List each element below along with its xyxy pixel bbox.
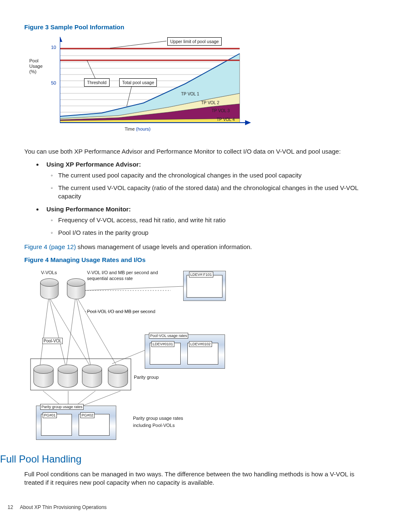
callout-total-pool: Total pool usage bbox=[119, 78, 157, 87]
label-pg-note: Parity group usage rates including Pool-… bbox=[133, 415, 183, 429]
label-poolvol-io: Pool-VOL I/O and MB per second bbox=[87, 308, 155, 315]
crossref-tail: shows management of usage levels and ope… bbox=[76, 243, 252, 250]
svg-line-20 bbox=[49, 299, 66, 368]
legend-pg-rates: Parity group usage rates bbox=[40, 404, 84, 410]
legend-pg1: PG#01 bbox=[43, 412, 57, 418]
series-v2: TP VOL 2 bbox=[201, 100, 219, 106]
page-footer: 12 About XP Thin Provisioning Operations bbox=[8, 504, 375, 511]
label-vvols: V-VOLs bbox=[41, 270, 57, 276]
svg-line-31 bbox=[83, 286, 183, 290]
pa-title: Using XP Performance Advisor: bbox=[46, 161, 141, 168]
series-v4: TP VOL 4 bbox=[217, 117, 235, 123]
legend-ldev1: LDEV#0101 bbox=[151, 341, 174, 347]
label-vvol-io: V-VOL I/O and MB per second and sequenti… bbox=[87, 270, 158, 282]
figure3-chart: Pool Usage (%) 10 50 bbox=[37, 35, 258, 141]
pm-item-2: Pool I/O rates in the parity group bbox=[58, 229, 375, 237]
list-pa: Using XP Performance Advisor: The curren… bbox=[43, 160, 375, 201]
svg-line-19 bbox=[40, 299, 49, 368]
list-pm: Using Performance Monitor: Frequency of … bbox=[43, 205, 375, 237]
legend-ldev-top: LDEV#:F101 bbox=[189, 272, 213, 278]
intro-paragraph: You can use both XP Performance Advisor … bbox=[24, 147, 375, 156]
section-heading: Full Pool Handling bbox=[0, 452, 375, 466]
pm-title: Using Performance Monitor: bbox=[46, 206, 131, 213]
series-v3: TP VOL 3 bbox=[212, 108, 230, 114]
ytick-50: 50 bbox=[51, 80, 56, 86]
series-v1: TP VOL 1 bbox=[181, 91, 199, 97]
legend-ldev2: LDEV#0102 bbox=[189, 341, 212, 347]
legend-pg2: PG#02 bbox=[80, 412, 95, 418]
legend-poolvol-rates: Pool-VOL usage rates bbox=[149, 333, 188, 339]
svg-line-17 bbox=[87, 60, 95, 79]
xaxis-label: Time bbox=[125, 126, 135, 131]
callout-threshold: Threshold bbox=[84, 78, 110, 87]
crossref-paragraph: Figure 4 (page 12) shows management of u… bbox=[24, 243, 375, 251]
svg-line-16 bbox=[110, 41, 166, 48]
figure4-title: Figure 4 Managing Usage Rates and I/Os bbox=[24, 256, 375, 264]
section-paragraph: Full Pool conditions can be managed in t… bbox=[24, 470, 375, 487]
footer-chapter: About XP Thin Provisioning Operations bbox=[20, 504, 107, 510]
ytick-10: 10 bbox=[51, 44, 56, 51]
svg-line-32 bbox=[112, 349, 148, 364]
figure4-diagram: V-VOLs V-VOL I/O and MB per second and s… bbox=[28, 267, 246, 443]
crossref-link[interactable]: Figure 4 (page 12) bbox=[24, 243, 76, 250]
pa-item-2: The current used V-VOL capacity (ratio o… bbox=[58, 184, 375, 201]
xaxis-unit: (hours) bbox=[136, 126, 151, 131]
figure3-title: Figure 3 Sample Pool Information bbox=[24, 23, 375, 31]
label-poolvol: Pool-VOL bbox=[42, 338, 63, 344]
svg-line-22 bbox=[66, 299, 75, 368]
yaxis-title: Pool Usage (%) bbox=[29, 58, 43, 74]
label-parity-group: Parity group bbox=[134, 374, 159, 380]
pm-item-1: Frequency of V-VOL access, read hit rati… bbox=[58, 216, 375, 224]
footer-page: 12 bbox=[8, 504, 13, 510]
callout-upper-limit: Upper limit of pool usage bbox=[167, 37, 222, 46]
pa-item-1: The current used pool capacity and the c… bbox=[58, 171, 375, 180]
